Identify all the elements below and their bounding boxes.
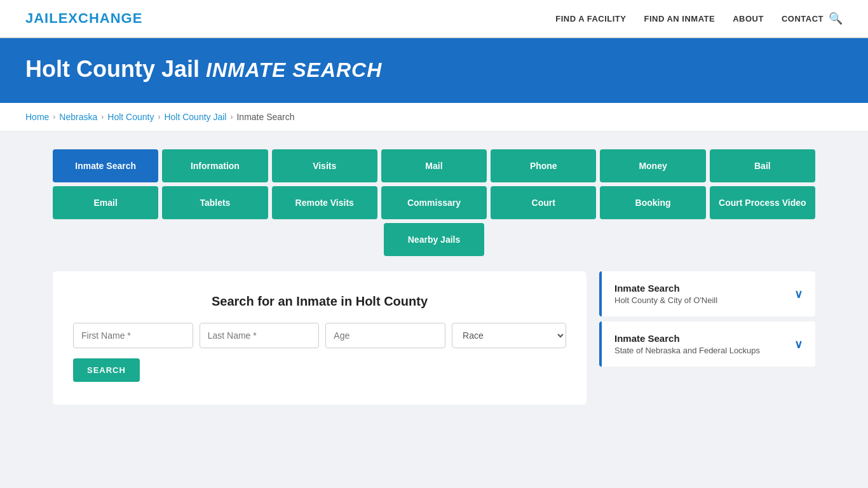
main-wrapper: Inmate SearchInformationVisitsMailPhoneM… xyxy=(27,132,841,423)
breadcrumb-sep: › xyxy=(158,112,160,121)
tile-visits[interactable]: Visits xyxy=(272,149,377,182)
sidebar-panel: Inmate SearchHolt County & City of O'Nei… xyxy=(599,271,815,405)
tile-inmate-search[interactable]: Inmate Search xyxy=(53,149,158,182)
tile-court-process-video[interactable]: Court Process Video xyxy=(710,186,815,219)
content-area: Search for an Inmate in Holt County Race… xyxy=(53,271,815,405)
search-button[interactable]: SEARCH xyxy=(73,358,140,382)
sidebar-card-title-0: Inmate Search xyxy=(614,283,717,294)
tile-court[interactable]: Court xyxy=(491,186,596,219)
tile-remote-visits[interactable]: Remote Visits xyxy=(272,186,377,219)
tiles-row-3: Nearby Jails xyxy=(53,223,815,256)
tile-nearby-jails[interactable]: Nearby Jails xyxy=(384,223,484,256)
hero-banner: Holt County Jail INMATE SEARCH xyxy=(0,38,868,103)
sidebar-card-text-1: Inmate SearchState of Nebraska and Feder… xyxy=(614,333,760,355)
search-panel: Search for an Inmate in Holt County Race… xyxy=(53,271,587,405)
tile-booking[interactable]: Booking xyxy=(600,186,705,219)
breadcrumb-link[interactable]: Nebraska xyxy=(59,112,97,122)
sidebar-card-text-0: Inmate SearchHolt County & City of O'Nei… xyxy=(614,283,717,305)
breadcrumb-link[interactable]: Holt County xyxy=(107,112,154,122)
breadcrumb-sep: › xyxy=(230,112,233,121)
hero-title-italic: INMATE SEARCH xyxy=(206,58,382,81)
nav-link-find-inmate[interactable]: FIND AN INMATE xyxy=(644,14,715,24)
nav-link-about[interactable]: ABOUT xyxy=(733,14,764,24)
tile-tablets[interactable]: Tablets xyxy=(162,186,268,219)
tile-money[interactable]: Money xyxy=(600,149,705,182)
sidebar-card-subtitle-0: Holt County & City of O'Neill xyxy=(614,295,717,305)
hero-title-plain: Holt County Jail xyxy=(25,56,200,82)
tile-commissary[interactable]: Commissary xyxy=(381,186,487,219)
breadcrumb-current: Inmate Search xyxy=(236,112,294,122)
first-name-input[interactable] xyxy=(73,323,193,348)
logo-black: JAIL xyxy=(25,10,58,26)
search-title: Search for an Inmate in Holt County xyxy=(73,294,566,309)
tile-mail[interactable]: Mail xyxy=(381,149,487,182)
tile-phone[interactable]: Phone xyxy=(491,149,596,182)
tile-email[interactable]: Email xyxy=(53,186,158,219)
chevron-down-icon: ∨ xyxy=(794,287,803,301)
nav-link-find-facility[interactable]: FIND A FACILITY xyxy=(555,14,626,24)
breadcrumb-link[interactable]: Holt County Jail xyxy=(164,112,226,122)
site-logo[interactable]: JAILEXCHANGE xyxy=(25,10,142,27)
sidebar-card-subtitle-1: State of Nebraska and Federal Lockups xyxy=(614,346,760,355)
breadcrumb-link[interactable]: Home xyxy=(25,112,49,122)
breadcrumb: Home›Nebraska›Holt County›Holt County Ja… xyxy=(0,103,868,132)
sidebar-card-title-1: Inmate Search xyxy=(614,333,760,344)
last-name-input[interactable] xyxy=(200,323,320,348)
tiles-section: Inmate SearchInformationVisitsMailPhoneM… xyxy=(53,149,815,256)
tile-bail[interactable]: Bail xyxy=(710,149,815,182)
chevron-down-icon: ∨ xyxy=(794,337,803,351)
nav-links: FIND A FACILITYFIND AN INMATEABOUTCONTAC… xyxy=(555,13,824,24)
logo-blue: EXCHANGE xyxy=(58,10,143,26)
breadcrumb-sep: › xyxy=(101,112,104,121)
tile-information[interactable]: Information xyxy=(162,149,268,182)
search-fields: RaceWhiteBlackHispanicAsianNative Americ… xyxy=(73,323,566,348)
tiles-row-2: EmailTabletsRemote VisitsCommissaryCourt… xyxy=(53,186,815,219)
nav-link-contact[interactable]: CONTACT xyxy=(782,14,824,24)
sidebar-card-0[interactable]: Inmate SearchHolt County & City of O'Nei… xyxy=(599,271,815,316)
age-input[interactable] xyxy=(325,323,445,348)
navbar: JAILEXCHANGE FIND A FACILITYFIND AN INMA… xyxy=(0,0,868,38)
tiles-row-1: Inmate SearchInformationVisitsMailPhoneM… xyxy=(53,149,815,182)
race-select[interactable]: RaceWhiteBlackHispanicAsianNative Americ… xyxy=(452,323,566,348)
breadcrumb-sep: › xyxy=(53,112,55,121)
hero-title: Holt County Jail INMATE SEARCH xyxy=(25,56,843,83)
search-icon[interactable]: 🔍 xyxy=(829,11,843,25)
sidebar-card-1[interactable]: Inmate SearchState of Nebraska and Feder… xyxy=(599,322,815,367)
